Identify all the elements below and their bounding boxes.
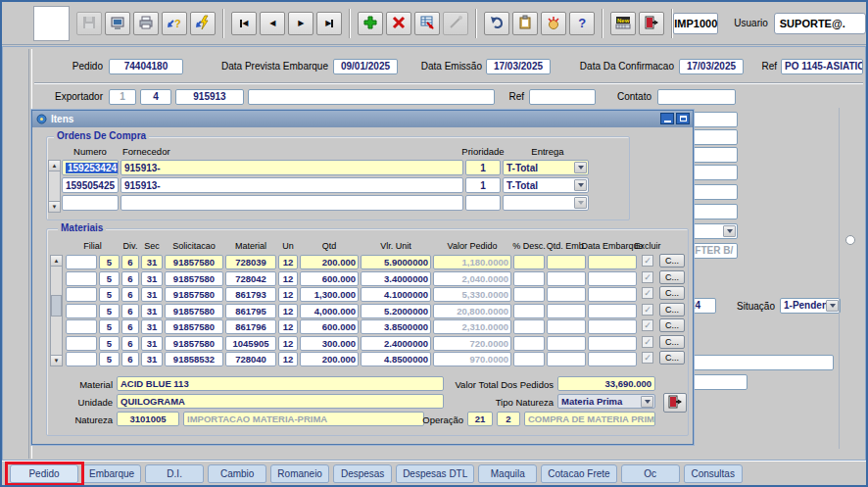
situacao-dropdown[interactable]: 1-Pendente [780, 298, 841, 314]
div-cell[interactable]: 6 [121, 319, 139, 334]
print-button[interactable] [133, 12, 159, 35]
qtd-cell[interactable]: 600.000 [300, 271, 359, 286]
scroll-up-icon[interactable]: ▲ [49, 161, 60, 171]
material-cell[interactable]: 728042 [225, 271, 276, 286]
undo-button[interactable] [484, 12, 509, 35]
filial-cell[interactable]: 5 [99, 319, 120, 334]
scroll-down-icon[interactable]: ▼ [49, 201, 60, 212]
qtd-emb-cell[interactable] [547, 336, 586, 351]
exportador-codigo-field[interactable]: 915913 [175, 89, 244, 105]
chevron-down-icon[interactable] [574, 197, 587, 209]
sec-cell[interactable]: 31 [141, 352, 163, 366]
new-window-button[interactable]: New [610, 12, 636, 35]
sec-cell[interactable]: 31 [141, 319, 163, 334]
lov-button[interactable] [414, 12, 440, 35]
desc-cell[interactable] [513, 255, 545, 269]
un-cell[interactable]: 12 [278, 304, 298, 318]
qtd-cell[interactable]: 4,000.000 [300, 304, 359, 318]
minimize-button[interactable] [660, 113, 674, 124]
right-field-4[interactable] [689, 165, 738, 180]
valor-pedido-cell[interactable]: 2,040.0000 [433, 271, 511, 286]
qtd-cell[interactable]: 600.000 [300, 319, 359, 334]
data-embarque-cell[interactable] [588, 319, 637, 334]
sec-cell[interactable]: 31 [141, 336, 163, 351]
material-cell[interactable]: 728040 [225, 352, 276, 366]
solicitacao-cell[interactable]: 91858532 [165, 352, 223, 366]
unidade-field[interactable]: QUILOGRAMA [117, 394, 444, 409]
entrega-dropdown[interactable]: T-Total [503, 160, 589, 175]
c-button[interactable]: C... [659, 270, 685, 284]
table-row[interactable]: 5 6 31 91858532 728040 12 200.000 4.8500… [66, 352, 688, 366]
right-field-1[interactable] [689, 112, 738, 127]
solicitacao-cell[interactable]: 91857580 [165, 319, 223, 334]
chevron-down-icon[interactable] [826, 300, 839, 312]
un-cell[interactable]: 12 [278, 255, 298, 269]
excluir-checkbox[interactable]: ✓ [642, 271, 653, 283]
help-button[interactable]: ? [569, 12, 595, 35]
material-cell[interactable]: 861796 [225, 319, 276, 334]
record-cell[interactable] [66, 336, 97, 351]
valor-pedido-cell[interactable]: 970.0000 [433, 352, 511, 366]
material-cell[interactable]: 1045905 [225, 336, 276, 351]
tab-despesas[interactable]: Despesas [333, 464, 392, 483]
materiais-scrollbar[interactable]: ▲ ▼ [50, 255, 63, 366]
contato-field[interactable] [657, 89, 736, 105]
vlr-unit-cell[interactable]: 2.4000000 [361, 336, 431, 351]
qtd-cell[interactable]: 1,300.000 [300, 287, 359, 302]
c-button[interactable]: C... [659, 335, 685, 349]
sec-cell[interactable]: 31 [141, 304, 163, 318]
right-dropdown-field[interactable] [689, 223, 738, 239]
un-cell[interactable]: 12 [278, 271, 298, 286]
record-cell[interactable] [66, 352, 97, 366]
edit-button[interactable] [443, 12, 468, 35]
div-cell[interactable]: 6 [121, 271, 139, 286]
tab-romaneio[interactable]: Romaneio [270, 464, 329, 483]
qtd-emb-cell[interactable] [547, 319, 586, 334]
desc-cell[interactable] [513, 319, 545, 334]
un-cell[interactable]: 12 [278, 336, 298, 351]
desc-cell[interactable] [513, 271, 545, 286]
ordens-row[interactable]: 159253424 915913- 1 T-Total [62, 160, 591, 175]
clipboard-button[interactable] [512, 12, 538, 35]
vlr-unit-cell[interactable]: 5.9000000 [361, 255, 431, 269]
operacao-field-2[interactable]: 2 [497, 412, 520, 426]
vlr-unit-cell[interactable]: 3.4000000 [361, 271, 431, 286]
exportador-seq-field[interactable]: 1 [109, 89, 136, 105]
solicitacao-cell[interactable]: 91857580 [165, 304, 223, 318]
scroll-up-icon[interactable]: ▲ [51, 256, 62, 267]
table-row[interactable]: 5 6 31 91857580 861795 12 4,000.000 5.20… [66, 304, 688, 318]
ref-field[interactable]: PO 1145-ASIATIC-C [781, 59, 863, 74]
qtd-emb-cell[interactable] [547, 304, 586, 318]
desc-cell[interactable] [513, 287, 545, 302]
solicitacao-cell[interactable]: 91857580 [165, 271, 223, 286]
filial-cell[interactable]: 5 [99, 336, 120, 351]
record-cell[interactable] [66, 287, 97, 302]
tab-maquila[interactable]: Maquila [478, 464, 537, 483]
operacao-desc-field[interactable]: COMPRA DE MATERIA PRIMA [524, 412, 655, 426]
un-cell[interactable]: 12 [278, 319, 298, 334]
fornecedor-cell[interactable] [121, 195, 463, 211]
solicitacao-cell[interactable]: 91857580 [165, 255, 223, 269]
qtd-emb-cell[interactable] [547, 255, 586, 269]
delete-record-button[interactable] [386, 12, 411, 35]
tab-consultas[interactable]: Consultas [684, 464, 743, 483]
chevron-down-icon[interactable] [574, 162, 587, 173]
c-button[interactable]: C... [659, 351, 685, 365]
qtd-emb-cell[interactable] [547, 271, 586, 286]
desc-cell[interactable] [513, 304, 545, 318]
pedido-field[interactable]: 74404180 [109, 59, 183, 74]
right-field-5[interactable] [689, 184, 738, 200]
record-cell[interactable] [66, 304, 97, 318]
enter-query-button[interactable]: ? [162, 12, 187, 35]
tab-oc[interactable]: Oc [621, 464, 680, 483]
sec-cell[interactable]: 31 [141, 287, 163, 302]
material-cell[interactable]: 861795 [225, 304, 276, 318]
numero-cell[interactable] [62, 195, 119, 211]
right-field-short[interactable] [689, 374, 747, 390]
scroll-down-icon[interactable]: ▼ [51, 355, 62, 365]
material-desc-field[interactable]: ACID BLUE 113 [117, 376, 444, 391]
data-confirmacao-field[interactable]: 17/03/2025 [679, 59, 744, 74]
itens-dialog-titlebar[interactable]: Itens [32, 111, 693, 127]
material-cell[interactable]: 861793 [225, 287, 276, 302]
table-row[interactable]: 5 6 31 91857580 861796 12 600.000 3.8500… [66, 319, 688, 334]
